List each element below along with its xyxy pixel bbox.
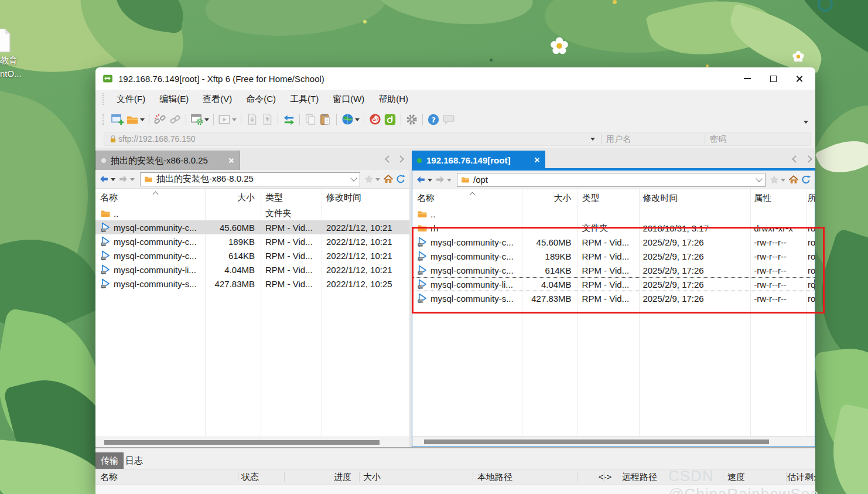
remote-path-combobox[interactable]: /opt — [457, 173, 766, 187]
local-path-combobox[interactable]: 抽出的安装包-x86-8.0.25 — [140, 172, 360, 186]
menu-commands[interactable]: 命令(C) — [239, 91, 283, 107]
favorites-button[interactable] — [364, 175, 374, 184]
settings-button[interactable] — [404, 112, 419, 127]
local-file-row[interactable]: mysql-community-c... 614KB RPM - Vid... … — [95, 248, 409, 263]
tab-scroll-right-icon[interactable] — [397, 155, 404, 163]
tab-local-session[interactable]: 抽出的安装包-x86-8.0.25 — [95, 151, 240, 170]
execute-dropdown-icon[interactable] — [232, 118, 237, 124]
close-tab-icon[interactable] — [228, 158, 234, 164]
forward-history-icon[interactable] — [130, 178, 135, 183]
refresh-button[interactable] — [801, 175, 811, 185]
column-header-name[interactable]: 名称 — [95, 189, 205, 206]
local-file-row[interactable]: mysql-community-c... 189KB RPM - Vid... … — [95, 234, 409, 248]
paste-button[interactable] — [318, 112, 333, 127]
back-history-icon[interactable] — [428, 179, 432, 184]
web-button[interactable] — [340, 112, 355, 127]
scrollbar-thumb[interactable] — [104, 440, 380, 445]
column-header-type[interactable]: 类型 — [577, 189, 638, 207]
scrollbar-thumb[interactable] — [424, 440, 769, 444]
web-dropdown-icon[interactable] — [355, 118, 360, 124]
back-button[interactable] — [416, 175, 426, 185]
combobox-dropdown-icon[interactable] — [756, 175, 762, 182]
remote-file-row[interactable]: rh 文件夹 2018/10/31, 3:17 drwxr-xr-x root — [412, 221, 815, 235]
password-input[interactable] — [710, 134, 807, 144]
execute-button[interactable] — [217, 112, 232, 127]
tab-scroll-left-icon[interactable] — [792, 155, 799, 163]
column-header-name[interactable]: 名称 — [412, 189, 522, 207]
refresh-button[interactable] — [395, 174, 406, 185]
remote-file-row[interactable]: mysql-community-c... 614KB RPM - Vid... … — [412, 263, 815, 277]
reconnect-button[interactable] — [168, 112, 183, 127]
local-file-row[interactable]: .. 文件夹 — [95, 206, 409, 220]
column-header-size[interactable]: 大小 — [205, 189, 261, 206]
favorites-button[interactable] — [770, 175, 779, 185]
close-button[interactable] — [786, 67, 812, 90]
forward-history-icon[interactable] — [447, 179, 452, 184]
remote-file-row[interactable]: mysql-community-li... 4.04MB RPM - Vid..… — [412, 277, 815, 291]
transfer-list-empty[interactable] — [95, 485, 815, 494]
column-header-local-path[interactable]: 本地路径 — [477, 472, 512, 483]
title-bar[interactable]: 192.168.76.149[root] - Xftp 6 (Free for … — [95, 67, 815, 90]
home-button[interactable] — [788, 175, 799, 185]
download-button[interactable] — [244, 112, 259, 127]
menu-tools[interactable]: 工具(T) — [283, 91, 326, 107]
username-input[interactable] — [606, 134, 700, 144]
address-input[interactable] — [118, 134, 590, 144]
address-dropdown-icon[interactable] — [590, 138, 595, 143]
column-header-remote-path[interactable]: 远程路径 — [609, 472, 657, 483]
tab-transfer[interactable]: 传输 — [95, 452, 124, 469]
xshell-button[interactable] — [367, 112, 382, 127]
properties-dropdown-icon[interactable] — [204, 118, 209, 124]
favorites-dropdown-icon[interactable] — [781, 179, 785, 184]
tab-scroll-right-icon[interactable] — [805, 155, 812, 163]
horizontal-scrollbar[interactable] — [412, 436, 815, 447]
column-header-modified[interactable]: 修改时间 — [322, 189, 409, 206]
toolbar-overflow-icon[interactable] — [804, 121, 808, 126]
back-button[interactable] — [99, 174, 109, 184]
transfer-direction-button[interactable] — [281, 112, 296, 127]
column-header-eta[interactable]: 估计剩余时间 — [787, 472, 815, 483]
copy-button[interactable] — [303, 112, 318, 127]
column-header-speed[interactable]: 速度 — [727, 472, 745, 483]
disconnect-button[interactable] — [152, 112, 168, 127]
menu-file[interactable]: 文件(F) — [110, 91, 152, 107]
open-button[interactable] — [125, 112, 140, 127]
remote-file-row[interactable]: mysql-community-c... 45.60MB RPM - Vid..… — [412, 235, 815, 249]
menu-window[interactable]: 窗口(W) — [326, 91, 371, 107]
forward-button[interactable] — [435, 175, 445, 185]
tab-log[interactable]: 日志 — [120, 452, 148, 469]
menu-edit[interactable]: 编辑(E) — [152, 91, 196, 107]
home-button[interactable] — [383, 174, 394, 185]
desktop-shortcut-label[interactable]: ntO... — [0, 69, 22, 79]
feedback-button[interactable] — [441, 112, 456, 127]
tab-remote-session[interactable]: 192.168.76.149[root] — [412, 151, 545, 170]
maximize-button[interactable] — [760, 67, 786, 90]
column-header-name[interactable]: 名称 — [100, 472, 118, 483]
local-file-row[interactable]: mysql-community-c... 45.60MB RPM - Vid..… — [95, 220, 409, 234]
column-header-status[interactable]: 状态 — [241, 472, 259, 483]
session-properties-button[interactable] — [189, 112, 204, 127]
column-header-size[interactable]: 大小 — [522, 189, 577, 207]
close-tab-icon[interactable] — [534, 157, 540, 163]
column-header-progress[interactable]: 进度 — [298, 472, 351, 483]
menu-view[interactable]: 查看(V) — [196, 91, 239, 107]
desktop-shortcut-icon[interactable] — [0, 28, 12, 53]
desktop-shortcut-label[interactable]: 教育 — [0, 55, 18, 66]
upload-button[interactable] — [259, 112, 275, 127]
menu-help[interactable]: 帮助(H) — [371, 91, 415, 107]
xftp-button[interactable] — [382, 112, 398, 127]
local-file-row[interactable]: mysql-community-s... 427.83MB RPM - Vid.… — [95, 277, 409, 291]
combobox-dropdown-icon[interactable] — [350, 175, 357, 181]
favorites-dropdown-icon[interactable] — [375, 178, 380, 183]
open-dropdown-icon[interactable] — [140, 118, 145, 124]
help-button[interactable] — [426, 112, 441, 127]
tab-scroll-left-icon[interactable] — [385, 155, 392, 163]
local-file-row[interactable]: mysql-community-li... 4.04MB RPM - Vid..… — [95, 263, 409, 277]
remote-file-row[interactable]: .. — [412, 207, 815, 221]
column-header-attributes[interactable]: 属性 — [749, 189, 805, 207]
new-session-button[interactable] — [110, 112, 125, 127]
column-header-type[interactable]: 类型 — [261, 189, 322, 206]
remote-file-row[interactable]: mysql-community-s... 427.83MB RPM - Vid.… — [412, 291, 815, 305]
horizontal-scrollbar[interactable] — [95, 437, 409, 447]
minimize-button[interactable] — [734, 67, 760, 90]
